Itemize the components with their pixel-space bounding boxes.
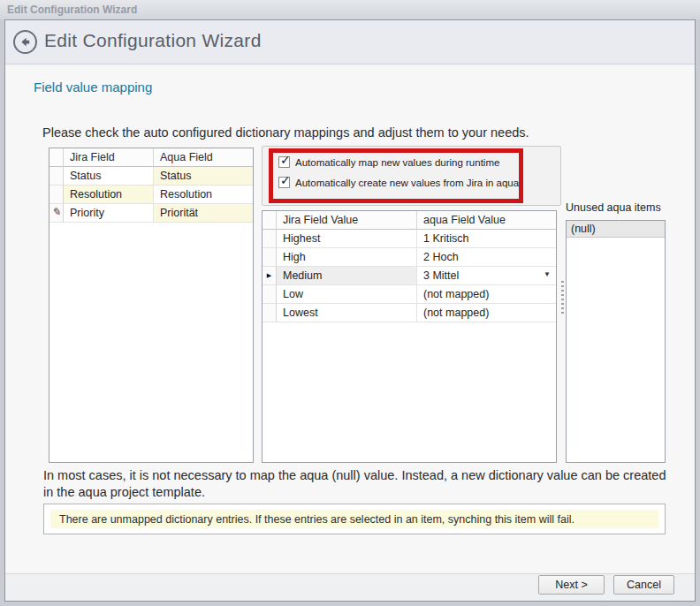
window-titlebar: Edit Configuration Wizard (0, 0, 700, 19)
cell-aqua-field[interactable]: Status (154, 167, 253, 186)
cell-jira-field[interactable]: Status (64, 167, 154, 186)
cell-aqua-value[interactable]: 1 Kritisch (417, 230, 556, 248)
cell-aqua-value-combobox[interactable]: 3 Mittel▼ (417, 267, 556, 285)
warning-box: There are unmapped dictionary entries. I… (43, 504, 666, 534)
row-selector-current[interactable]: ▶ (262, 267, 277, 285)
list-item-null[interactable]: (null) (567, 221, 665, 238)
row-selector-header (49, 148, 64, 167)
cell-aqua-field[interactable]: Resolution (154, 186, 253, 204)
section-title: Field value mapping (34, 80, 152, 95)
cell-jira-value[interactable]: Highest (277, 230, 417, 248)
checkbox-label[interactable]: Automatically map new values during runt… (295, 157, 499, 168)
table-row-highest: Highest 1 Kritisch (262, 230, 556, 248)
column-header-jira-field-value[interactable]: Jira Field Value (277, 211, 417, 230)
cell-jira-field[interactable]: Resolution (64, 186, 154, 204)
page-title: Edit Configuration Wizard (44, 30, 262, 51)
value-table-header-row: Jira Field Value aqua Field Value (262, 211, 556, 230)
table-row-lowest: Lowest (not mapped) (262, 304, 556, 322)
wizard-dialog: Edit Configuration Wizard Field value ma… (4, 19, 696, 602)
cell-jira-value[interactable]: Medium (277, 267, 417, 285)
value-mapping-table: Jira Field Value aqua Field Value Highes… (262, 210, 557, 463)
arrow-left-icon (19, 35, 32, 49)
field-mapping-table: Jira Field Aqua Field Status Status Reso… (49, 148, 254, 463)
field-table-header-row: Jira Field Aqua Field (49, 148, 253, 167)
table-row-low: Low (not mapped) (262, 285, 556, 304)
edit-pencil-icon: ✎ (51, 206, 60, 218)
cell-aqua-value[interactable]: 2 Hoch (417, 248, 556, 267)
column-header-jira-field[interactable]: Jira Field (64, 148, 154, 167)
combobox-value: 3 Mittel (423, 269, 459, 282)
cell-aqua-value[interactable]: (not mapped) (417, 304, 556, 322)
row-selector[interactable] (262, 248, 277, 267)
column-header-aqua-field[interactable]: Aqua Field (154, 148, 253, 167)
row-selector[interactable]: ✎ (49, 204, 64, 223)
checkmark-icon: ✓ (280, 154, 291, 166)
cell-jira-field[interactable]: Priority (64, 204, 154, 223)
table-row-status: Status Status (49, 167, 253, 186)
table-row-medium: ▶ Medium 3 Mittel▼ (262, 267, 556, 285)
checkmark-icon: ✓ (280, 174, 291, 186)
table-row-high: High 2 Hoch (262, 248, 556, 267)
cell-jira-value[interactable]: Low (277, 285, 417, 304)
checkbox-auto-create-values[interactable]: ✓ Automatically create new values from J… (278, 177, 519, 188)
checkbox-label[interactable]: Automatically create new values from Jir… (295, 178, 519, 188)
instruction-text: Please check the auto configured diction… (42, 125, 529, 140)
row-selector[interactable] (49, 167, 64, 186)
row-selector-header (262, 211, 277, 230)
cell-jira-value[interactable]: High (277, 248, 417, 267)
checkbox-icon[interactable]: ✓ (278, 177, 290, 188)
table-row-resolution: Resolution Resolution (49, 186, 253, 204)
cancel-button[interactable]: Cancel (613, 575, 674, 595)
wizard-header: Edit Configuration Wizard (5, 20, 695, 64)
cell-jira-value[interactable]: Lowest (277, 304, 417, 322)
warning-message: There are unmapped dictionary entries. I… (50, 510, 658, 528)
checkbox-auto-map-values[interactable]: ✓ Automatically map new values during ru… (278, 156, 499, 168)
cell-aqua-field[interactable]: Priorität (154, 204, 253, 223)
row-selector[interactable] (49, 186, 64, 204)
unused-aqua-items-label: Unused aqua items (566, 201, 661, 214)
checkbox-icon[interactable]: ✓ (278, 156, 290, 168)
next-button[interactable]: Next > (538, 575, 605, 595)
cell-aqua-value[interactable]: (not mapped) (417, 285, 556, 304)
dropdown-arrow-icon[interactable]: ▼ (544, 270, 551, 278)
back-button[interactable] (13, 30, 37, 54)
row-selector[interactable] (262, 304, 277, 322)
table-row-priority: ✎ Priority Priorität (49, 204, 253, 223)
auto-mapping-options-panel: ✓ Automatically map new values during ru… (262, 146, 561, 206)
unused-aqua-items-list[interactable]: (null) (566, 220, 666, 463)
column-header-aqua-field-value[interactable]: aqua Field Value (417, 211, 556, 230)
vertical-splitter-grip[interactable] (561, 281, 564, 316)
current-row-arrow-icon: ▶ (267, 272, 271, 279)
window-title: Edit Configuration Wizard (7, 4, 137, 16)
row-selector[interactable] (262, 230, 277, 248)
row-selector[interactable] (262, 285, 277, 304)
note-text: In most cases, it is not necessary to ma… (43, 467, 669, 501)
